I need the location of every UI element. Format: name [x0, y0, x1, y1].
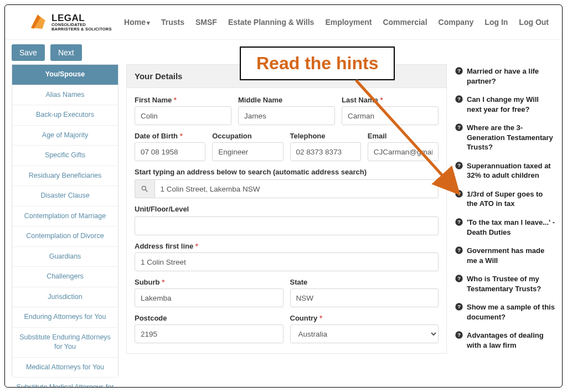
- last-name-input[interactable]: [342, 106, 439, 125]
- svg-text:?: ?: [457, 247, 461, 253]
- nav-home[interactable]: Home▾: [124, 18, 150, 27]
- state-input[interactable]: [290, 288, 439, 307]
- brand-logo[interactable]: LEGAL CONSOLIDATED BARRISTERS & SOLICITO…: [28, 13, 112, 32]
- hint-text: Show me a sample of this document?: [467, 302, 555, 322]
- sidebar-item[interactable]: Enduring Attorneys for You: [12, 307, 118, 328]
- sidebar-item[interactable]: Challengers: [12, 267, 118, 287]
- question-icon: ?: [455, 246, 463, 255]
- required-marker: *: [195, 242, 198, 250]
- hint-link[interactable]: ?Can I change my Will next year for free…: [455, 95, 555, 114]
- required-marker: *: [162, 278, 164, 286]
- next-button[interactable]: Next: [50, 44, 82, 61]
- hint-link[interactable]: ?Government has made me a Will: [455, 246, 555, 265]
- hint-link[interactable]: ?Where are the 3-Generation Testamentary…: [455, 123, 555, 152]
- question-icon: ?: [455, 331, 463, 339]
- sidebar-item[interactable]: Guardians: [12, 247, 118, 267]
- suburb-input[interactable]: [135, 288, 284, 307]
- label-postcode: Postcode: [135, 314, 284, 322]
- required-marker: *: [380, 96, 383, 104]
- label-first-name: First Name *: [135, 96, 231, 104]
- hint-text: Who is Trustee of my Testamentary Trusts…: [467, 274, 555, 293]
- svg-text:?: ?: [457, 68, 461, 74]
- label-dob: Date of Birth *: [135, 132, 205, 140]
- occupation-input[interactable]: [212, 142, 283, 161]
- hint-text: 'To the tax man I leave...' - Death Duti…: [467, 218, 555, 237]
- logo-icon: [28, 13, 47, 32]
- nav-employment[interactable]: Employment: [325, 18, 372, 27]
- search-icon: [141, 185, 148, 193]
- svg-text:?: ?: [457, 333, 461, 338]
- required-marker: *: [319, 314, 322, 322]
- sidebar: You/SpouseAlias NamesBack-up ExecutorsAg…: [12, 64, 118, 376]
- hint-text: Married or have a life partner?: [467, 66, 555, 86]
- sidebar-item[interactable]: Residuary Beneficiaries: [12, 166, 118, 187]
- nav-smsf[interactable]: SMSF: [195, 18, 217, 27]
- sidebar-item[interactable]: Contemplation of Marriage: [12, 207, 118, 227]
- brand-line3: BARRISTERS & SOLICITORS: [51, 27, 112, 32]
- svg-text:?: ?: [457, 96, 461, 102]
- question-icon: ?: [455, 123, 463, 132]
- question-icon: ?: [455, 274, 463, 283]
- hint-text: Government has made me a Will: [467, 246, 555, 265]
- label-address-search: Start typing an address below to search …: [135, 168, 439, 176]
- label-unit: Unit/Floor/Level: [135, 205, 439, 213]
- question-icon: ?: [455, 95, 463, 104]
- hint-link[interactable]: ?'To the tax man I leave...' - Death Dut…: [455, 218, 555, 237]
- label-address-line1: Address first line *: [135, 242, 439, 250]
- hint-link[interactable]: ?1/3rd of Super goes to the ATO in tax: [455, 189, 555, 209]
- required-marker: *: [180, 132, 183, 140]
- sidebar-item[interactable]: You/Spouse: [12, 65, 118, 85]
- hint-link[interactable]: ?Advantages of dealing with a law firm: [455, 331, 555, 350]
- address-search-button[interactable]: [135, 179, 154, 198]
- hint-text: Advantages of dealing with a law firm: [467, 331, 555, 350]
- sidebar-item[interactable]: Jurisdiction: [12, 287, 118, 308]
- top-nav: Home▾ Trusts SMSF Estate Planning & Will…: [124, 18, 549, 27]
- postcode-input[interactable]: [135, 324, 284, 343]
- label-telephone: Telephone: [290, 132, 361, 140]
- brand-line1: LEGAL: [51, 13, 112, 23]
- hint-link[interactable]: ?Show me a sample of this document?: [455, 302, 555, 322]
- nav-commercial[interactable]: Commercial: [383, 18, 427, 27]
- svg-point-0: [142, 186, 146, 190]
- dob-input[interactable]: [135, 142, 205, 161]
- sidebar-item[interactable]: Substitute Enduring Attorneys for You: [12, 328, 118, 358]
- nav-trusts[interactable]: Trusts: [161, 18, 184, 27]
- telephone-input[interactable]: [290, 142, 361, 161]
- address-search-input[interactable]: [154, 179, 439, 198]
- nav-login[interactable]: Log In: [484, 18, 508, 27]
- svg-text:?: ?: [457, 163, 461, 168]
- sidebar-item[interactable]: Substitute Medical Attorneys for You: [12, 378, 118, 388]
- unit-input[interactable]: [135, 216, 439, 235]
- label-email: Email: [368, 132, 439, 140]
- nav-company[interactable]: Company: [439, 18, 474, 27]
- address-line1-input[interactable]: [135, 252, 439, 271]
- label-suburb: Suburb *: [135, 278, 284, 286]
- save-button[interactable]: Save: [12, 44, 45, 61]
- nav-logout[interactable]: Log Out: [519, 18, 549, 27]
- country-select[interactable]: Australia: [290, 324, 439, 343]
- label-middle-name: Middle Name: [238, 96, 335, 104]
- svg-text:?: ?: [457, 125, 461, 131]
- question-icon: ?: [455, 218, 463, 226]
- svg-line-1: [146, 190, 148, 192]
- sidebar-item[interactable]: Contemplation of Divorce: [12, 226, 118, 247]
- nav-estate[interactable]: Estate Planning & Wills: [228, 18, 314, 27]
- label-occupation: Occupation: [212, 132, 283, 140]
- hints-column: ?Married or have a life partner??Can I c…: [455, 64, 555, 376]
- email-input[interactable]: [368, 142, 439, 161]
- middle-name-input[interactable]: [238, 106, 335, 125]
- label-state: State: [290, 278, 439, 286]
- label-last-name: Last Name *: [342, 96, 439, 104]
- sidebar-item[interactable]: Disaster Clause: [12, 186, 118, 207]
- sidebar-item[interactable]: Back-up Executors: [12, 105, 118, 126]
- first-name-input[interactable]: [135, 106, 231, 125]
- required-marker: *: [174, 96, 177, 104]
- hint-link[interactable]: ?Superannuation taxed at 32% to adult ch…: [455, 161, 555, 180]
- sidebar-item[interactable]: Specific Gifts: [12, 146, 118, 166]
- svg-text:?: ?: [457, 305, 461, 310]
- sidebar-item[interactable]: Alias Names: [12, 85, 118, 106]
- sidebar-item[interactable]: Medical Attorneys for You: [12, 358, 118, 378]
- hint-link[interactable]: ?Who is Trustee of my Testamentary Trust…: [455, 274, 555, 293]
- sidebar-item[interactable]: Age of Majority: [12, 126, 118, 146]
- hint-link[interactable]: ?Married or have a life partner?: [455, 66, 555, 86]
